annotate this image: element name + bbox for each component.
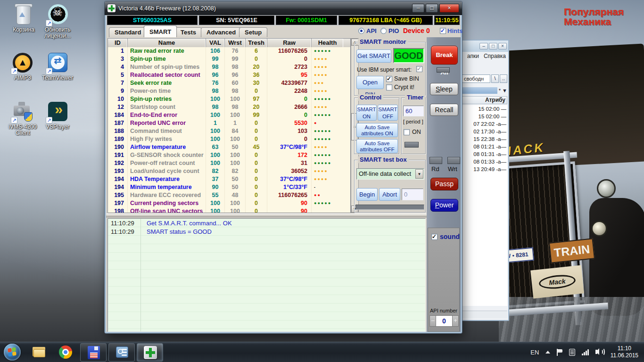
taskbar-chrome-button[interactable] (58, 344, 74, 361)
language-indicator[interactable]: EN (530, 349, 539, 356)
show-hidden-icons-icon[interactable] (545, 351, 550, 354)
power-button[interactable]: Power (430, 199, 458, 212)
history-dropdown-icon[interactable]: ▼ (502, 88, 507, 93)
save-bin-checkbox[interactable]: ✓ (386, 76, 392, 82)
file-row[interactable]: 15 02:00 — (462, 105, 507, 113)
combo-dropdown-icon[interactable]: ▼ (415, 169, 423, 179)
tab-smart[interactable]: SMART (144, 25, 177, 37)
tab-advanced[interactable]: Advanced (201, 27, 241, 37)
desktop-icon-update-license[interactable]: ☠ ↗ Обновить лицензи... (40, 4, 75, 39)
api-minus-button[interactable]: – (429, 315, 436, 327)
table-row[interactable]: 188Command timeout100840103●●●●● (108, 127, 350, 135)
open-bin-button[interactable]: Open BIN (356, 76, 384, 89)
smart-on-button[interactable]: SMART ON (356, 105, 377, 121)
break-all-button[interactable]: Break All (431, 46, 458, 65)
close-button[interactable]: × (439, 4, 459, 13)
abort-button[interactable]: Abort (379, 188, 400, 201)
log-area[interactable]: 11:10:29Get S.M.A.R.T. command... OK11:1… (107, 218, 426, 332)
taskbar-explorer-button[interactable] (31, 344, 47, 361)
volume-icon[interactable] (595, 348, 604, 356)
desktop-icon-vsplayer[interactable]: » ↗ VSPlayer (40, 101, 75, 130)
desktop-icon-recycle-bin[interactable]: Корзина (6, 4, 41, 33)
column-header-attributes[interactable]: Атрибу (462, 96, 507, 104)
table-row[interactable]: 189High Fly writes10010000●●●●● (108, 135, 350, 143)
table-row[interactable]: 187Reported UNC error1105530● (108, 119, 350, 127)
close-button[interactable]: × (498, 43, 507, 49)
table-row[interactable]: 9Power-on time989802248●●●● (108, 87, 350, 95)
passp-button[interactable]: Passp (430, 178, 458, 190)
menu-item[interactable]: апки (467, 53, 479, 61)
start-button[interactable] (4, 344, 21, 361)
table-row[interactable]: 5Reallocated sector count96963695●●●● (108, 71, 350, 79)
sound-checkbox[interactable]: ✓ (431, 234, 438, 240)
table-row[interactable]: 197Current pending sectors100100090●●●●● (108, 199, 350, 207)
minimize-button[interactable]: – (479, 43, 488, 49)
splitter[interactable] (106, 214, 427, 217)
table-row[interactable]: 4Number of spin-up times9898202723●●●● (108, 63, 350, 71)
api-plus-button[interactable]: + (452, 315, 459, 327)
network-signal-icon[interactable] (582, 349, 589, 355)
file-row[interactable]: 15 02:00 — (462, 113, 507, 120)
api-radio[interactable] (358, 28, 364, 34)
table-row[interactable]: 195Hardware ECC recovered55480116076265●… (108, 191, 350, 199)
tab-standard[interactable]: Standard (109, 27, 147, 37)
desktop-icon-ivms[interactable]: ↗ iVMS-4200 Client (5, 101, 41, 136)
file-row[interactable]: 08 01:33 -a— (462, 158, 507, 165)
test-type-select[interactable]: Off-line data collect ▼ (356, 168, 424, 180)
table-row[interactable]: 194Minimum temperature905001°C/33°F- (108, 183, 350, 191)
file-row[interactable]: 08 01:21 -a— (462, 143, 507, 150)
begin-button[interactable]: Begin (356, 188, 378, 201)
use-ibm-checkbox[interactable]: ✓ (416, 66, 422, 72)
tab-setup[interactable]: Setup (239, 27, 267, 37)
table-row[interactable]: 12Start/stop count9898202666●●●● (108, 103, 350, 111)
table-row[interactable]: 194HDA Temperature3750037°C/98°F●●●● (108, 175, 350, 183)
taskbar-clock[interactable]: 11:10 11.06.2015 (611, 345, 638, 359)
timer-on-checkbox[interactable] (404, 129, 410, 135)
file-row[interactable]: 15 22:38 -a— (462, 135, 507, 143)
file-row[interactable]: 07 22:02 -a— (462, 120, 507, 128)
titlebar[interactable]: Victoria 4.46b Freeware (12.08.2008) – □… (105, 1, 462, 15)
current-path-highlight[interactable] (462, 87, 497, 94)
autosave-off-button[interactable]: Auto Save attributes OFF (356, 139, 398, 153)
crypt-checkbox[interactable] (386, 84, 392, 90)
file-row[interactable]: 02 17:30 -a— (462, 128, 507, 135)
shortcut-arrow-icon: ↗ (46, 117, 52, 123)
test-counter-field[interactable]: 0 (402, 189, 423, 200)
desktop-icon-aimp3[interactable]: ▲ ↗ AIMP3 (5, 52, 41, 81)
table-row[interactable]: 184End-to-End error100100990●●●●● (108, 111, 350, 119)
minimize-button[interactable]: – (412, 4, 424, 13)
taskbar-control-panel-app-button[interactable] (108, 343, 135, 362)
file-row[interactable]: 13 20:49 -a— (462, 165, 507, 173)
hints-checkbox[interactable]: ✓ (440, 28, 446, 34)
action-center-flag-icon[interactable] (557, 349, 562, 356)
autosave-on-button[interactable]: Auto Save attributes ON (356, 123, 398, 137)
table-row[interactable]: 191G-SENSOR shock counter1001000172●●●●● (108, 151, 350, 159)
drive-firmware: Fw: 0001SDM1 (276, 16, 337, 25)
table-row[interactable]: 190Airflow temperature63504537°C/98°F●●●… (108, 143, 350, 151)
timer-value-input[interactable]: 60 (403, 106, 424, 116)
tab-tests[interactable]: Tests (175, 27, 202, 37)
taskbar-floppy-app-button[interactable] (80, 343, 107, 362)
file-row[interactable]: 08 01:31 -a— (462, 150, 507, 158)
clipboard-tray-icon[interactable] (569, 349, 575, 356)
root-dir-button[interactable]: \ (491, 74, 499, 83)
table-row[interactable]: 3Spin-up time999900●●●● (108, 55, 350, 63)
pio-radio[interactable] (380, 28, 387, 34)
parent-dir-button[interactable]: .. (500, 74, 507, 83)
table-row[interactable]: 198Off-line scan UNC sectors100100090 (108, 207, 350, 213)
smart-off-button[interactable]: SMART OFF (378, 105, 398, 121)
recall-button[interactable]: Recall (430, 104, 458, 116)
table-row[interactable]: 1Raw read error rate106766116076265●●●●● (108, 47, 350, 55)
table-row[interactable]: 192Power-off retract count100100031●●●●● (108, 159, 350, 167)
table-row[interactable]: 10Spin-up retries100100970●●●●● (108, 95, 350, 103)
desktop-icon-teamviewer[interactable]: ⇄ ↗ TeamViewer (40, 52, 75, 81)
table-row[interactable]: 7Seek error rate76603042339677●●● (108, 79, 350, 87)
favorites-icon[interactable]: * (499, 88, 501, 93)
table-row[interactable]: 193Load/unload cycle count8282036052●●●● (108, 167, 350, 175)
maximize-button[interactable]: □ (426, 4, 438, 13)
taskbar-victoria-app-button[interactable] (137, 343, 163, 362)
get-smart-button[interactable]: Get SMART (356, 49, 391, 63)
menu-item-help[interactable]: Справка (484, 53, 506, 61)
maximize-button[interactable]: □ (489, 43, 497, 49)
sleep-button[interactable]: Sleep (430, 83, 458, 95)
